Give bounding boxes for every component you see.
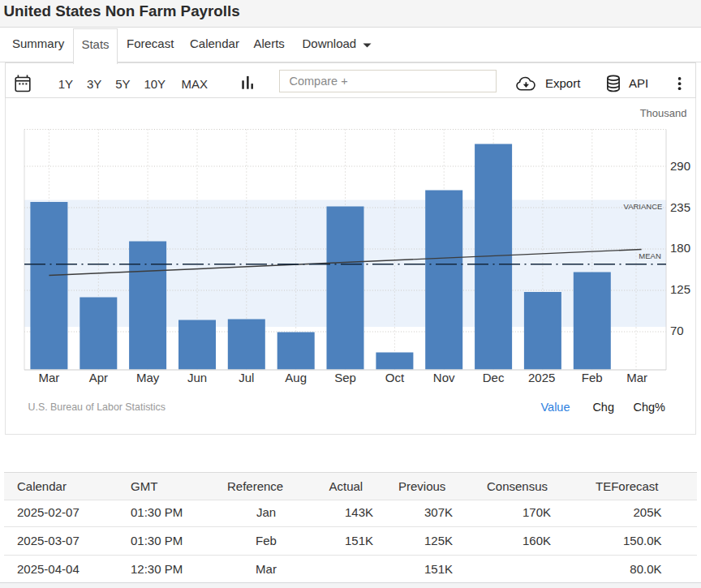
svg-text:Aug: Aug <box>285 371 307 384</box>
svg-text:May: May <box>136 371 160 384</box>
svg-text:Jun: Jun <box>187 371 207 384</box>
svg-text:MEAN: MEAN <box>639 251 661 260</box>
svg-text:235: 235 <box>670 200 690 214</box>
svg-text:Mar: Mar <box>38 371 59 384</box>
svg-text:Chg: Chg <box>592 401 614 414</box>
svg-text:Oct: Oct <box>385 371 405 384</box>
svg-text:Jul: Jul <box>239 371 254 384</box>
svg-text:Nov: Nov <box>433 371 455 384</box>
svg-text:Mar: Mar <box>626 371 647 384</box>
svg-text:VARIANCE: VARIANCE <box>624 202 663 211</box>
svg-text:180: 180 <box>670 241 690 255</box>
svg-text:Dec: Dec <box>483 371 505 384</box>
svg-text:Value: Value <box>540 401 570 414</box>
svg-text:Thousand: Thousand <box>640 107 687 119</box>
svg-text:Chg%: Chg% <box>634 401 666 414</box>
svg-text:U.S. Bureau of Labor Statistic: U.S. Bureau of Labor Statistics <box>28 401 166 413</box>
svg-text:2025: 2025 <box>528 371 555 384</box>
svg-text:70: 70 <box>670 324 684 337</box>
svg-text:290: 290 <box>670 159 690 173</box>
svg-text:Apr: Apr <box>89 371 108 384</box>
svg-text:Feb: Feb <box>582 371 603 384</box>
svg-text:125: 125 <box>670 282 690 296</box>
svg-text:Sep: Sep <box>334 371 356 384</box>
